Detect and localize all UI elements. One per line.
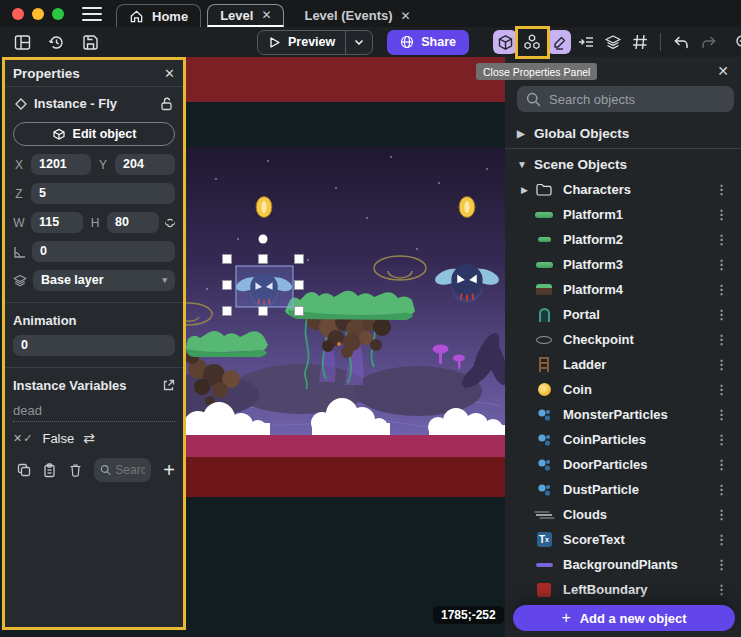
x-field[interactable]: 1201 [31,154,91,175]
height-field[interactable]: 80 [107,212,159,233]
object-item-ladder[interactable]: Ladder ⋮ [505,352,741,377]
item-menu-icon[interactable]: ⋮ [712,232,731,247]
play-icon [268,36,281,49]
share-button[interactable]: Share [387,30,469,55]
redo-icon[interactable] [696,30,720,54]
item-menu-icon[interactable]: ⋮ [712,282,731,297]
instances-list-icon[interactable] [574,30,598,54]
edit-object-button[interactable]: Edit object [13,122,175,146]
add-variable-button[interactable]: + [163,459,175,482]
objects-panel-icon[interactable] [493,30,517,54]
unlock-icon[interactable] [160,97,173,111]
item-menu-icon[interactable]: ⋮ [712,257,731,272]
history-icon[interactable] [44,30,68,54]
object-item-platform4[interactable]: Platform4 ⋮ [505,277,741,302]
object-item-backgroundplants[interactable]: BackgroundPlants ⋮ [505,552,741,577]
tab-home[interactable]: Home [116,4,201,27]
z-field[interactable]: 5 [31,183,175,204]
paste-icon[interactable] [39,458,61,482]
close-tab-icon[interactable]: ✕ [401,9,411,23]
object-name: Checkpoint [563,332,712,347]
group-global-objects[interactable]: ▶ Global Objects [505,120,741,146]
aspect-ratio-link-icon[interactable] [165,216,175,230]
undo-icon[interactable] [669,30,693,54]
copy-icon[interactable] [13,458,35,482]
item-menu-icon[interactable]: ⋮ [712,432,731,447]
variable-value[interactable]: False [42,431,74,446]
grid-icon[interactable] [628,30,652,54]
maximize-window-button[interactable] [52,8,64,20]
object-item-checkpoint[interactable]: Checkpoint ⋮ [505,327,741,352]
item-menu-icon[interactable]: ⋮ [712,407,731,422]
platform-thumbnail [533,284,555,295]
object-groups-icon[interactable] [520,30,544,54]
item-menu-icon[interactable]: ⋮ [712,457,731,472]
toggle-boolean-icon[interactable]: ⇄ [83,430,95,446]
main-menu-icon[interactable] [82,7,102,21]
panels-layout-icon[interactable] [10,30,34,54]
scene-viewport[interactable]: 1785;-252 [186,57,505,637]
close-properties-icon[interactable]: ✕ [164,66,175,81]
item-menu-icon[interactable]: ⋮ [712,182,731,197]
w-label: W [13,216,25,230]
minimize-window-button[interactable] [32,8,44,20]
object-item-clouds[interactable]: Clouds ⋮ [505,502,741,527]
variable-name[interactable]: dead [13,403,175,422]
h-label: H [89,216,101,230]
save-icon[interactable] [78,30,102,54]
variables-search-box[interactable] [94,458,151,482]
width-field[interactable]: 115 [31,212,83,233]
item-menu-icon[interactable]: ⋮ [712,357,731,372]
variables-search-input[interactable] [115,463,145,477]
animation-field[interactable]: 0 [13,335,175,356]
tab-level-events[interactable]: Level (Events) ✕ [292,4,422,27]
layers-icon[interactable] [601,30,625,54]
angle-field[interactable]: 0 [32,241,175,262]
collapse-arrow-icon[interactable]: ▼ [517,159,525,170]
particles-thumbnail [533,408,555,422]
delete-variable-icon[interactable] [64,458,86,482]
object-item-coin[interactable]: Coin ⋮ [505,377,741,402]
object-item-monsterparticles[interactable]: MonsterParticles ⋮ [505,402,741,427]
objects-search-input[interactable] [549,92,725,107]
tab-level[interactable]: Level ✕ [207,4,284,27]
item-menu-icon[interactable]: ⋮ [712,307,731,322]
expand-arrow-icon[interactable]: ▶ [517,128,525,139]
preview-options-chevron-icon[interactable] [345,31,372,54]
close-window-button[interactable] [12,8,24,20]
y-field[interactable]: 204 [115,154,175,175]
objects-search-box[interactable] [517,86,734,112]
tab-label: Level (Events) [304,8,392,23]
object-item-platform3[interactable]: Platform3 ⋮ [505,252,741,277]
object-item-leftboundary[interactable]: LeftBoundary ⋮ [505,577,741,602]
object-item-characters[interactable]: ▶ Characters ⋮ [505,177,741,202]
animation-section-title: Animation [13,313,77,328]
share-label: Share [421,35,456,49]
item-menu-icon[interactable]: ⋮ [712,507,731,522]
item-menu-icon[interactable]: ⋮ [712,482,731,497]
close-objects-panel-icon[interactable]: ✕ [717,63,729,79]
group-scene-objects[interactable]: ▼ Scene Objects [505,151,741,177]
folder-expand-arrow[interactable]: ▶ [521,185,533,195]
add-new-object-button[interactable]: + Add a new object [513,605,735,631]
item-menu-icon[interactable]: ⋮ [712,582,731,597]
item-menu-icon[interactable]: ⋮ [712,532,731,547]
layer-select[interactable]: Base layer ▾ [33,270,175,291]
open-variables-editor-icon[interactable] [162,379,175,392]
object-item-platform2[interactable]: Platform2 ⋮ [505,227,741,252]
preview-button[interactable]: Preview [257,30,373,55]
object-item-platform1[interactable]: Platform1 ⋮ [505,202,741,227]
zoom-in-icon[interactable] [731,30,741,54]
item-menu-icon[interactable]: ⋮ [712,332,731,347]
object-item-doorparticles[interactable]: DoorParticles ⋮ [505,452,741,477]
object-item-coinparticles[interactable]: CoinParticles ⋮ [505,427,741,452]
plants-thumbnail [533,563,555,567]
item-menu-icon[interactable]: ⋮ [712,382,731,397]
item-menu-icon[interactable]: ⋮ [712,207,731,222]
object-item-portal[interactable]: Portal ⋮ [505,302,741,327]
object-item-dustparticle[interactable]: DustParticle ⋮ [505,477,741,502]
item-menu-icon[interactable]: ⋮ [712,557,731,572]
object-item-scoretext[interactable]: Tx ScoreText ⋮ [505,527,741,552]
edit-properties-icon[interactable] [547,30,571,54]
close-tab-icon[interactable]: ✕ [261,8,271,22]
